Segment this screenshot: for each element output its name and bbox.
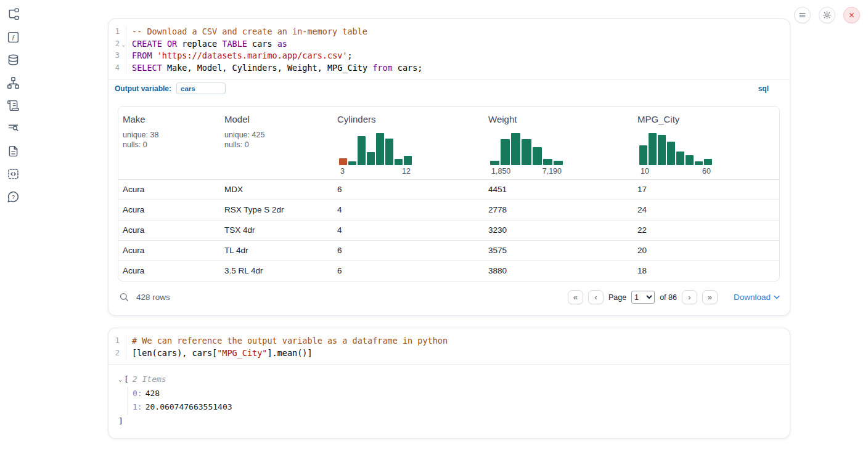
column-unique-stat: unique: 38 [123,130,220,140]
download-label: Download [734,293,771,302]
code-line: 3FROM 'https://datasets.marimo.app/cars.… [108,50,790,62]
table-cell: Acura [118,266,220,275]
code-token: "MPG_City" [217,348,267,358]
code-token: FROM [132,51,152,60]
table-cell: 18 [633,266,780,275]
next-page-button[interactable]: › [682,290,697,304]
close-icon [847,10,856,20]
settings-button[interactable] [819,7,835,23]
sidebar-item-documentation[interactable] [6,144,20,158]
sidebar-item-logs[interactable] [6,99,20,112]
column-header-make[interactable]: Makeunique: 38nulls: 0 [118,107,220,179]
table-row[interactable]: AcuraRSX Type S 2dr4277824 [118,200,779,220]
search-button[interactable] [118,291,130,304]
output-variable-input[interactable] [176,83,226,94]
histogram-bar[interactable] [543,159,552,165]
histogram-bar[interactable] [649,133,657,165]
result-table: Makeunique: 38nulls: 0Modelunique: 425nu… [118,106,780,281]
histogram-bar[interactable] [348,161,356,165]
histogram-bar[interactable] [695,161,703,165]
histogram-bar[interactable] [676,152,684,165]
histogram-bar[interactable] [667,142,675,165]
code-token: cars; [393,63,423,73]
tree-entry-value: 20.060747663551403 [145,400,232,415]
download-button[interactable]: Download [734,293,780,302]
sql-code-editor[interactable]: 1-- Download a CSV and create an in-memo… [108,19,790,79]
histogram-bar[interactable] [490,161,499,165]
page-select[interactable]: 1 [631,291,655,304]
histogram-min-label: 3 [340,167,345,176]
column-header-mpg_city[interactable]: MPG_City1060 [633,107,780,179]
page-of-label: of 86 [660,293,677,302]
sidebar-item-variables[interactable]: ƒ [6,30,20,44]
histogram-bar[interactable] [395,159,403,165]
prev-page-button[interactable]: ‹ [588,290,604,304]
code-text: [len(cars), cars["MPG_City"].mean()] [126,347,313,360]
tree-root-row: ⌄ [ 2 Items [118,373,780,387]
table-cell: 22 [633,225,780,235]
code-token: ; [348,51,353,60]
histogram-bar[interactable] [339,158,347,165]
table-cell: 4 [333,225,484,235]
table-cell: 3230 [484,225,633,235]
first-page-button[interactable]: « [568,290,583,304]
chevron-down-icon [774,295,780,299]
histogram-bar[interactable] [639,145,647,165]
histogram-bar[interactable] [522,139,531,165]
histogram-bar[interactable] [533,147,542,165]
sidebar-item-datasources[interactable] [6,53,20,67]
output-variable-row: Output variable: sql [108,79,790,97]
table-row[interactable]: Acura3.5 RL 4dr6388018 [118,261,779,281]
tree-entry: 1:20.060747663551403 [133,400,780,415]
histogram-bar[interactable] [367,152,375,165]
table-cell: 17 [633,185,780,194]
histogram-bar[interactable] [501,139,510,165]
sidebar-item-snippets[interactable] [6,167,20,180]
function-square-icon: ƒ [7,31,20,44]
language-badge[interactable]: sql [758,84,769,93]
table-row[interactable]: AcuraTL 4dr6357520 [118,240,779,261]
histogram-max-label: 60 [702,167,711,176]
sidebar-item-dependency-graph[interactable] [6,76,20,89]
table-cell: 6 [333,266,484,275]
column-header-weight[interactable]: Weight1,8507,190 [484,107,633,179]
histogram-bar[interactable] [704,159,712,165]
table-body: AcuraMDX6445117AcuraRSX Type S 2dr427782… [118,179,779,281]
row-count: 428 rows [136,293,170,302]
tree-entry-value: 428 [145,387,160,401]
code-text: -- Download a CSV and create an in-memor… [126,26,367,38]
histogram-bar[interactable] [511,133,520,165]
table-cell: 3880 [484,266,633,275]
code-line: 2⌄CREATE OR replace TABLE cars as [108,38,790,51]
table-cell: 3575 [484,246,633,255]
table-cell: 3.5 RL 4dr [220,266,333,275]
code-token: cars [247,39,277,49]
table-row[interactable]: AcuraTSX 4dr4323022 [118,220,779,240]
last-page-button[interactable]: » [702,290,718,304]
histogram-bar[interactable] [358,136,366,165]
histogram-bar[interactable] [658,135,666,165]
histogram-bar[interactable] [385,139,393,165]
table-row[interactable]: AcuraMDX6445117 [118,179,779,200]
sidebar-item-help[interactable]: ? [6,190,20,203]
menu-button[interactable] [794,7,811,23]
column-header-cylinders[interactable]: Cylinders312 [333,107,484,179]
table-cell: 20 [633,246,780,255]
column-header-model[interactable]: Modelunique: 425nulls: 0 [220,107,333,179]
sidebar-item-file-explorer[interactable] [6,7,20,21]
histogram-bar[interactable] [686,155,694,165]
histogram-bar[interactable] [404,156,412,165]
collapse-chevron-icon[interactable]: ⌄ [118,373,122,387]
tree-entry-index: 1: [133,400,142,415]
column-title: MPG_City [637,114,780,124]
sidebar-item-search-outputs[interactable] [6,121,20,135]
code-line: 1# We can reference the output variable … [108,335,790,347]
table-footer: 428 rows « ‹ Page 1 of 86 › » Download [118,285,780,310]
histogram-bar[interactable] [376,133,384,165]
fold-indicator-icon[interactable]: ⌄ [122,39,125,51]
python-code-editor[interactable]: 1# We can reference the output variable … [108,328,790,364]
histogram-bar[interactable] [554,161,563,165]
line-number: 2 [108,347,126,360]
histogram [639,133,712,165]
shutdown-button[interactable] [843,7,860,23]
